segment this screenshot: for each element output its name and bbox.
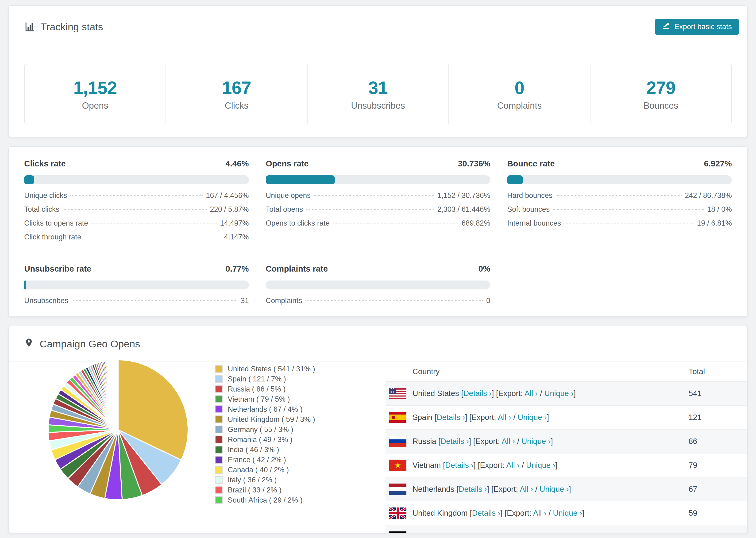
legend-swatch bbox=[215, 456, 223, 463]
export-all-link[interactable]: All › bbox=[533, 509, 547, 517]
us-flag-icon bbox=[389, 388, 406, 399]
rate-detail-label: Total clicks bbox=[24, 205, 59, 214]
rate-detail-rows: Complaints0 bbox=[266, 296, 490, 310]
export-unique-link[interactable]: Unique › bbox=[526, 461, 556, 469]
rate-detail-label: Soft bounces bbox=[507, 205, 550, 214]
details-link[interactable]: Details › bbox=[459, 485, 487, 493]
details-link[interactable]: Details › bbox=[463, 389, 492, 398]
dotted-leader bbox=[91, 223, 217, 224]
geo-row-country-cell: United States [Details ›] [Export: All ›… bbox=[412, 389, 689, 398]
legend-label: Italy ( 36 / 2% ) bbox=[228, 476, 277, 484]
geo-table-row-us: United States [Details ›] [Export: All ›… bbox=[386, 381, 747, 405]
pie-chart-legend: United States ( 541 / 31% )Spain ( 121 /… bbox=[215, 364, 315, 505]
export-all-link[interactable]: All › bbox=[502, 437, 515, 446]
country-name: Spain bbox=[412, 413, 432, 422]
rate-detail-row: Total opens2,303 / 61.446% bbox=[266, 205, 490, 219]
legend-swatch bbox=[215, 405, 223, 413]
rate-detail-label: Click through rate bbox=[24, 233, 81, 241]
details-link[interactable]: Details › bbox=[472, 509, 500, 517]
rate-section-value: 4.46% bbox=[225, 159, 249, 168]
country-name: United States bbox=[412, 389, 459, 398]
rate-section-head: Unsubscribe rate0.77% bbox=[24, 264, 249, 273]
legend-swatch bbox=[215, 365, 223, 373]
legend-swatch bbox=[215, 395, 223, 403]
rate-detail-rows: Unique opens1,152 / 30.736%Total opens2,… bbox=[266, 191, 490, 233]
rate-detail-value: 14.497% bbox=[220, 219, 249, 228]
export-unique-link[interactable]: Unique › bbox=[553, 509, 582, 517]
rate-progress-fill bbox=[24, 175, 34, 184]
details-link[interactable]: Details › bbox=[449, 533, 477, 533]
rates-card: Clicks rate4.46%Unique clicks167 / 4.456… bbox=[8, 146, 748, 317]
rate-detail-value: 18 / 0% bbox=[707, 205, 732, 214]
export-basic-stats-button[interactable]: Export basic stats bbox=[655, 19, 739, 35]
geo-opens-pie-chart[interactable] bbox=[46, 358, 190, 502]
tracking-stats-card: Tracking stats Export basic stats 1,152O… bbox=[8, 5, 748, 137]
rate-detail-label: Total opens bbox=[266, 205, 303, 214]
details-link[interactable]: Details › bbox=[437, 413, 465, 422]
gb-flag-icon bbox=[389, 508, 406, 519]
legend-swatch bbox=[215, 446, 223, 454]
rate-detail-row: Hard bounces242 / 86.738% bbox=[507, 191, 732, 205]
legend-item-ro: Romania ( 49 / 3% ) bbox=[215, 435, 315, 445]
legend-item-fr: France ( 42 / 2% ) bbox=[215, 455, 315, 465]
es-flag-icon bbox=[389, 412, 406, 423]
stat-label: Clicks bbox=[225, 101, 248, 111]
country-name: United Kingdom bbox=[412, 509, 468, 517]
rate-detail-row: Unsubscribes31 bbox=[24, 296, 249, 310]
dotted-leader bbox=[305, 300, 483, 301]
geo-row-total-cell: 121 bbox=[689, 413, 747, 422]
rate-detail-row: Unique opens1,152 / 30.736% bbox=[266, 191, 490, 205]
geo-table-row-ru: Russia [Details ›] [Export: All › / Uniq… bbox=[386, 429, 747, 453]
rate-detail-value: 167 / 4.456% bbox=[206, 191, 249, 200]
export-unique-link[interactable]: Unique › bbox=[518, 413, 547, 422]
rate-detail-value: 2,303 / 61.446% bbox=[437, 205, 490, 214]
export-all-link[interactable]: All › bbox=[524, 389, 538, 398]
rate-detail-rows: Hard bounces242 / 86.738%Soft bounces18 … bbox=[507, 191, 732, 233]
geo-table-header-total: Total bbox=[689, 367, 747, 376]
rate-detail-rows: Unique clicks167 / 4.456%Total clicks220… bbox=[24, 191, 249, 247]
ru-flag-icon bbox=[389, 436, 406, 447]
nl-flag-icon bbox=[389, 484, 406, 495]
country-name: Vietnam bbox=[412, 461, 441, 469]
legend-swatch bbox=[215, 466, 223, 474]
export-unique-link[interactable]: Unique › bbox=[540, 485, 569, 493]
legend-swatch bbox=[215, 436, 223, 443]
tracking-stats-title: Tracking stats bbox=[24, 21, 103, 32]
rate-section-unsubscribe-rate: Unsubscribe rate0.77%Unsubscribes31 bbox=[24, 259, 249, 310]
export-all-link[interactable]: All › bbox=[520, 485, 533, 493]
rate-detail-row: Click through rate4.147% bbox=[24, 233, 249, 247]
export-all-link[interactable]: All › bbox=[510, 533, 523, 533]
rate-detail-value: 1,152 / 30.736% bbox=[437, 191, 490, 200]
rate-section-value: 0.77% bbox=[225, 264, 249, 273]
rate-detail-label: Opens to clicks rate bbox=[266, 219, 330, 228]
legend-item-us: United States ( 541 / 31% ) bbox=[215, 364, 315, 374]
dotted-leader bbox=[306, 209, 434, 210]
stat-cell-clicks: 167Clicks bbox=[166, 64, 307, 124]
legend-label: Romania ( 49 / 3% ) bbox=[228, 435, 293, 444]
stat-cell-opens: 1,152Opens bbox=[25, 64, 166, 124]
export-unique-link[interactable]: Unique › bbox=[544, 389, 573, 398]
geo-row-total-cell: 86 bbox=[689, 437, 747, 446]
geo-row-total-cell: 59 bbox=[689, 509, 747, 517]
export-unique-link[interactable]: Unique › bbox=[530, 533, 559, 533]
legend-label: Canada ( 40 / 2% ) bbox=[228, 466, 289, 474]
geo-row-total-cell: 541 bbox=[689, 389, 747, 398]
export-all-link[interactable]: All › bbox=[506, 461, 519, 469]
details-link[interactable]: Details › bbox=[445, 461, 473, 469]
geo-table-body: United States [Details ›] [Export: All ›… bbox=[386, 381, 747, 533]
rate-progress-bar bbox=[24, 175, 249, 184]
rate-section-head: Opens rate30.736% bbox=[266, 159, 490, 168]
rate-detail-label: Internal bounces bbox=[507, 219, 561, 228]
rate-progress-bar bbox=[266, 175, 490, 184]
geo-table-row-es: Spain [Details ›] [Export: All › / Uniqu… bbox=[386, 405, 747, 429]
export-unique-link[interactable]: Unique › bbox=[521, 437, 551, 446]
details-link[interactable]: Details › bbox=[441, 437, 469, 446]
campaign-geo-opens-card: Campaign Geo Opens United States ( 541 /… bbox=[8, 326, 748, 533]
geo-table-row-de: Germany [Details ›] [Export: All › / Uni… bbox=[386, 525, 747, 533]
export-all-link[interactable]: All › bbox=[498, 413, 511, 422]
legend-item-br: Brazil ( 33 / 2% ) bbox=[215, 485, 315, 495]
dotted-leader bbox=[553, 209, 704, 210]
stat-label: Bounces bbox=[644, 101, 678, 111]
rate-progress-bar bbox=[266, 281, 490, 290]
legend-item-it: Italy ( 36 / 2% ) bbox=[215, 475, 315, 485]
